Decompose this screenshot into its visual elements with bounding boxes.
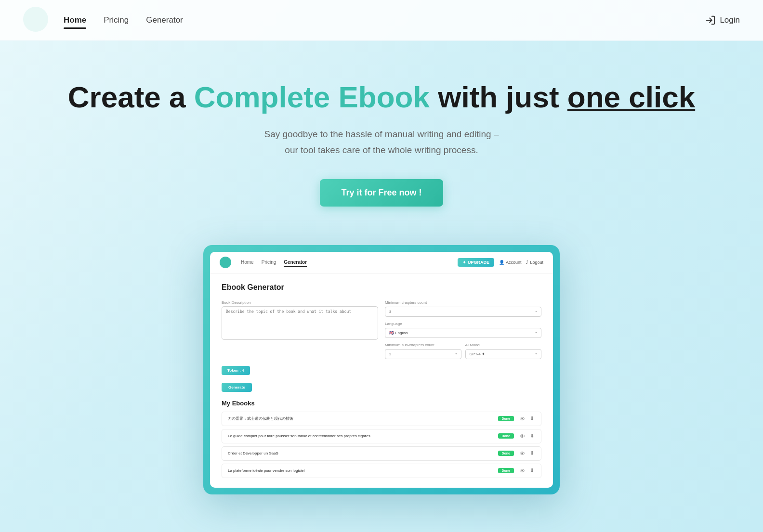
- ebook-actions: 👁 ⬇: [519, 415, 535, 422]
- eye-icon[interactable]: 👁: [519, 450, 526, 457]
- hero-title-part1: Create a: [68, 80, 194, 114]
- mini-nav-account: 👤 Account: [499, 260, 522, 265]
- logout-icon: ⤴: [526, 260, 528, 265]
- hero-title-underline: one click: [567, 80, 695, 114]
- min-subchapters-select[interactable]: 2: [385, 349, 461, 359]
- mini-form-left: Book Description: [222, 300, 378, 359]
- my-ebooks-title: My Ebooks: [222, 400, 541, 407]
- download-icon[interactable]: ⬇: [528, 433, 535, 440]
- mini-nav-pricing: Pricing: [262, 259, 276, 266]
- hero-title-highlight: Complete Ebook: [194, 80, 430, 114]
- done-badge: Done: [498, 433, 514, 439]
- nav-link-generator[interactable]: Generator: [146, 13, 183, 27]
- token-row: Token : 4: [222, 365, 541, 378]
- hero-title-part2: with just: [430, 80, 567, 114]
- ebook-item: La plateforme idéale pour vendre son log…: [222, 464, 541, 478]
- ebook-actions: 👁 ⬇: [519, 433, 535, 440]
- account-icon: 👤: [499, 260, 504, 265]
- mini-nav-logout: ⤴ Logout: [526, 260, 543, 265]
- book-description-input[interactable]: [222, 306, 378, 340]
- mini-nav-home: Home: [241, 259, 254, 266]
- ebook-actions: 👁 ⬇: [519, 450, 535, 457]
- svg-point-0: [23, 7, 48, 32]
- mini-form-right: Minimum chapters count 3 Language 🇬🇧 Eng…: [385, 300, 541, 359]
- eye-icon[interactable]: 👁: [519, 433, 526, 440]
- min-chapters-select[interactable]: 3: [385, 307, 541, 317]
- ebook-item: 刀の霊界：武士道の伝統と現代の技術 Done 👁 ⬇: [222, 412, 541, 426]
- download-icon[interactable]: ⬇: [528, 450, 535, 457]
- hero-subtitle-line1: Say goodbye to the hassle of manual writ…: [264, 129, 499, 139]
- mini-content: Ebook Generator Book Description Minimum…: [210, 273, 553, 488]
- ebook-title: La plateforme idéale pour vendre son log…: [228, 468, 493, 473]
- mini-nav-right: ✦ UPGRADE 👤 Account ⤴ Logout: [458, 258, 543, 267]
- ebook-actions: 👁 ⬇: [519, 467, 535, 474]
- screenshot-outer: Home Pricing Generator ✦ UPGRADE 👤 Accou…: [203, 245, 560, 494]
- screenshot-wrapper: Home Pricing Generator ✦ UPGRADE 👤 Accou…: [0, 235, 763, 523]
- mini-nav: Home Pricing Generator ✦ UPGRADE 👤 Accou…: [210, 252, 553, 273]
- cta-button[interactable]: Try it for Free now !: [320, 179, 443, 207]
- login-button[interactable]: Login: [705, 15, 740, 26]
- hero-subtitle: Say goodbye to the hassle of manual writ…: [23, 127, 740, 158]
- min-chapters-label: Minimum chapters count: [385, 300, 541, 305]
- language-select[interactable]: 🇬🇧 English: [385, 328, 541, 338]
- mini-logo: [220, 257, 231, 268]
- mini-page-title: Ebook Generator: [222, 283, 541, 292]
- main-nav: 🦅 Home Pricing Generator Login: [0, 0, 763, 41]
- language-label: Language: [385, 322, 541, 326]
- ai-model-label: AI Model: [465, 343, 542, 347]
- ai-model-select[interactable]: GPT-4 ✦: [465, 349, 542, 359]
- ebook-list: 刀の霊界：武士道の伝統と現代の技術 Done 👁 ⬇ Le guide comp…: [222, 412, 541, 478]
- nav-links: Home Pricing Generator: [64, 13, 705, 27]
- mini-subgrid: Minimum sub-chapters count 2 AI Model GP…: [385, 343, 541, 359]
- hero-section: Create a Complete Ebook with just one cl…: [0, 41, 763, 235]
- download-icon[interactable]: ⬇: [528, 467, 535, 474]
- hero-subtitle-line2: our tool takes care of the whole writing…: [285, 145, 478, 155]
- ebook-item: Le guide complet pour faire pousser son …: [222, 429, 541, 443]
- book-description-label: Book Description: [222, 300, 378, 305]
- mini-nav-generator: Generator: [284, 259, 307, 266]
- done-badge: Done: [498, 468, 514, 473]
- mini-nav-links: Home Pricing Generator: [241, 259, 448, 266]
- logo[interactable]: 🦅: [23, 7, 48, 34]
- nav-link-pricing[interactable]: Pricing: [104, 13, 129, 27]
- nav-link-home[interactable]: Home: [64, 13, 86, 27]
- token-badge: Token : 4: [222, 366, 250, 375]
- generate-row: Generate: [222, 382, 541, 392]
- mini-form-grid: Book Description Minimum chapters count …: [222, 300, 541, 359]
- download-icon[interactable]: ⬇: [528, 415, 535, 422]
- login-icon: [705, 15, 716, 26]
- min-subchapters-label: Minimum sub-chapters count: [385, 343, 461, 347]
- eye-icon[interactable]: 👁: [519, 415, 526, 422]
- screenshot-inner: Home Pricing Generator ✦ UPGRADE 👤 Accou…: [210, 252, 553, 488]
- ebook-title: Créer et Développer un SaaS: [228, 451, 493, 455]
- mini-upgrade-button[interactable]: ✦ UPGRADE: [458, 258, 494, 267]
- login-label: Login: [720, 15, 740, 25]
- done-badge: Done: [498, 451, 514, 456]
- hero-title: Create a Complete Ebook with just one cl…: [23, 79, 740, 115]
- eye-icon[interactable]: 👁: [519, 467, 526, 474]
- ebook-title: Le guide complet pour faire pousser son …: [228, 434, 493, 438]
- ebook-title: 刀の霊界：武士道の伝統と現代の技術: [228, 416, 493, 421]
- generate-button[interactable]: Generate: [222, 383, 252, 392]
- ebook-item: Créer et Développer un SaaS Done 👁 ⬇: [222, 446, 541, 461]
- done-badge: Done: [498, 416, 514, 421]
